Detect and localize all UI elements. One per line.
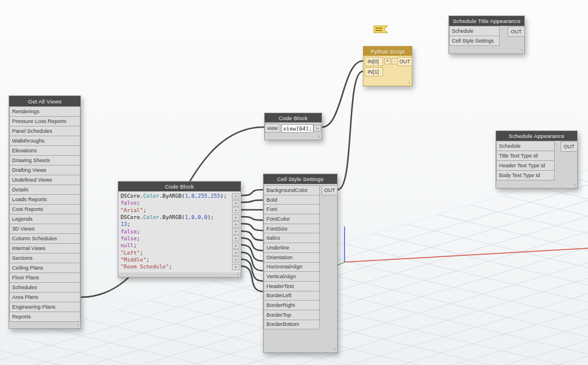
code-output-port-9[interactable]: > — [232, 249, 239, 256]
input-port-cell-style-settings[interactable]: Cell Style Settings — [449, 36, 500, 46]
input-port-schedule[interactable]: Schedule — [449, 26, 500, 36]
code-output-port-3[interactable]: > — [232, 207, 239, 213]
input-port-title-text-type-id[interactable]: Title Text Type Id — [496, 151, 555, 161]
input-port-borderright[interactable]: BorderRight — [264, 300, 320, 310]
input-port-borderbottom[interactable]: BorderBottom — [264, 320, 320, 330]
input-port-orientation[interactable]: Orientation — [264, 252, 320, 263]
output-port-out[interactable]: OUT — [508, 26, 525, 37]
node-schedule-appearance[interactable]: Schedule Appearance ScheduleTitle Text T… — [496, 130, 578, 189]
output-port-details[interactable]: Details — [9, 185, 80, 195]
output-port-out[interactable]: OUT — [322, 185, 338, 195]
output-port-3d-views[interactable]: 3D Views — [9, 224, 80, 234]
code-output-port-5[interactable]: > — [232, 221, 239, 228]
code-token: ); — [220, 193, 227, 199]
output-port-renderings[interactable]: Renderings — [9, 106, 80, 117]
input-port-verticalalign[interactable]: VerticalAlign — [264, 271, 320, 282]
node-title[interactable]: Get All Views — [9, 96, 80, 106]
code-text[interactable]: 13; — [121, 221, 130, 228]
code-output-port-7[interactable]: > — [232, 235, 239, 241]
input-port-in-1[interactable]: IN[1] — [365, 67, 383, 76]
output-port-out[interactable]: OUT — [560, 141, 578, 152]
node-python-script[interactable]: Python Script IN[0]IN[1] + - OUT i — [363, 46, 412, 86]
wire-code-block-out5-to-cell-style-settings-fontsize[interactable] — [241, 224, 263, 230]
node-get-all-views[interactable]: Get All Views RenderingsPressure Loss Re… — [9, 95, 81, 329]
code-text[interactable]: "Left"; — [121, 249, 143, 256]
output-port-walkthroughs[interactable]: Walkthroughs — [9, 136, 80, 146]
code-text[interactable]: DSCore.Color.ByARGB(1,0,255,255); — [121, 193, 227, 199]
output-port-ceiling-plans[interactable]: Ceiling Plans — [9, 263, 80, 273]
output-port-cost-reports[interactable]: Cost Reports — [9, 204, 80, 214]
code-text[interactable]: false; — [121, 228, 140, 235]
remove-input-button[interactable]: - — [392, 58, 398, 64]
wire-code-block-out2-to-cell-style-settings-bold[interactable] — [241, 200, 263, 202]
code-output-port-2[interactable]: > — [232, 200, 239, 206]
code-text[interactable]: "Arial"; — [121, 207, 146, 214]
input-port-bordertop[interactable]: BorderTop — [264, 310, 320, 320]
output-port-floor-plans[interactable]: Floor Plans — [9, 272, 80, 283]
output-port-drawing-sheets[interactable]: Drawing Sheets — [9, 155, 80, 166]
output-port-internal-views[interactable]: Internal Views — [9, 243, 80, 253]
node-code-block-main[interactable]: Code Block DSCore.Color.ByARGB(1,0,255,2… — [118, 181, 241, 278]
code-text[interactable]: "Middle"; — [121, 256, 149, 263]
input-port-italics[interactable]: Italics — [264, 233, 320, 243]
output-port-out[interactable]: OUT — [397, 57, 412, 66]
input-port-schedule[interactable]: Schedule — [496, 141, 555, 151]
input-port-header-text-type-id[interactable]: Header Text Type Id — [496, 160, 555, 171]
input-port-view[interactable]: view — [265, 124, 280, 133]
output-port-elevations[interactable]: Elevations — [9, 145, 80, 156]
input-port-horizontalalign[interactable]: HorizontalAlign — [264, 262, 320, 272]
code-text[interactable]: false; — [121, 235, 140, 242]
wire-code-block-out1-to-cell-style-settings-backgroundcolor[interactable] — [241, 190, 263, 195]
input-port-backgroundcolor[interactable]: BackgroundColor — [264, 185, 320, 195]
output-port-drafting-views[interactable]: Drafting Views — [9, 165, 80, 175]
code-token: null — [121, 242, 133, 248]
input-port-bold[interactable]: Bold — [264, 195, 320, 205]
input-port-body-text-type-id[interactable]: Body Text Type Id — [496, 170, 555, 180]
wire-code-block-out4-to-cell-style-settings-fontcolor[interactable] — [241, 217, 263, 220]
wire-code-block-view-out-to-python-script-in-0[interactable] — [322, 61, 363, 127]
output-port-schedules[interactable]: Schedules — [9, 282, 80, 293]
code-block-editor[interactable]: DSCore.Color.ByARGB(1,0,255,255);>false;… — [118, 191, 241, 272]
output-port-sections[interactable]: Sections — [9, 253, 80, 263]
warning-icon[interactable] — [373, 25, 388, 38]
add-input-button[interactable]: + — [384, 58, 390, 64]
node-title[interactable]: Schedule Appearance — [496, 131, 577, 141]
output-port-pressure-loss-reports[interactable]: Pressure Loss Reports — [9, 116, 80, 126]
node-title[interactable]: Cell Style Settings — [264, 174, 337, 184]
wire-cell-style-settings-out-to-python-script-in-1[interactable] — [338, 71, 363, 190]
node-title[interactable]: Python Script — [363, 47, 412, 56]
code-output-port-6[interactable]: > — [232, 228, 239, 235]
input-port-underline[interactable]: Underline — [264, 243, 320, 253]
code-text[interactable]: DSCore.Color.ByARGB(1,0,0,0); — [121, 214, 214, 221]
output-port-loads-reports[interactable]: Loads Reports — [9, 194, 80, 205]
node-title[interactable]: Code Block — [265, 113, 322, 122]
input-port-borderleft[interactable]: BorderLeft — [264, 291, 320, 301]
input-port-font[interactable]: Font — [264, 204, 320, 214]
output-port-panel-schedules[interactable]: Panel Schedules — [9, 126, 80, 136]
node-cell-style-settings[interactable]: Cell Style Settings BackgroundColorBoldF… — [263, 174, 338, 353]
code-text[interactable]: "Room Schedule"; — [121, 263, 172, 270]
node-title[interactable]: Schedule Title Appearance — [449, 16, 524, 26]
output-port[interactable]: > — [314, 125, 321, 132]
node-title[interactable]: Code Block — [118, 182, 241, 191]
node-code-block-view[interactable]: Code Block view view[64]; > i — [264, 113, 322, 140]
code-expression[interactable]: view[64]; — [281, 124, 314, 133]
code-output-port-1[interactable]: > — [232, 193, 239, 199]
output-port-undefined-views[interactable]: Undefined Views — [9, 175, 80, 185]
code-output-port-11[interactable]: > — [232, 264, 239, 270]
node-schedule-title-appearance[interactable]: Schedule Title Appearance ScheduleCell S… — [448, 16, 525, 54]
output-port-column-schedules[interactable]: Column Schedules — [9, 233, 80, 244]
code-text[interactable]: null; — [121, 242, 137, 249]
output-port-area-plans[interactable]: Area Plans — [9, 292, 80, 302]
input-port-fontsize[interactable]: FontSize — [264, 224, 320, 234]
output-port-engineering-plans[interactable]: Engineering Plans — [9, 302, 80, 312]
input-port-in-0[interactable]: IN[0] — [365, 57, 383, 66]
output-port-reports[interactable]: Reports — [9, 312, 80, 322]
code-output-port-4[interactable]: > — [232, 214, 239, 221]
output-port-legends[interactable]: Legends — [9, 214, 80, 224]
input-port-headertext[interactable]: HeaderText — [264, 281, 320, 291]
code-text[interactable]: false; — [121, 199, 140, 206]
code-output-port-8[interactable]: > — [232, 243, 239, 249]
input-port-fontcolor[interactable]: FontColor — [264, 214, 320, 224]
code-output-port-10[interactable]: > — [232, 256, 239, 263]
